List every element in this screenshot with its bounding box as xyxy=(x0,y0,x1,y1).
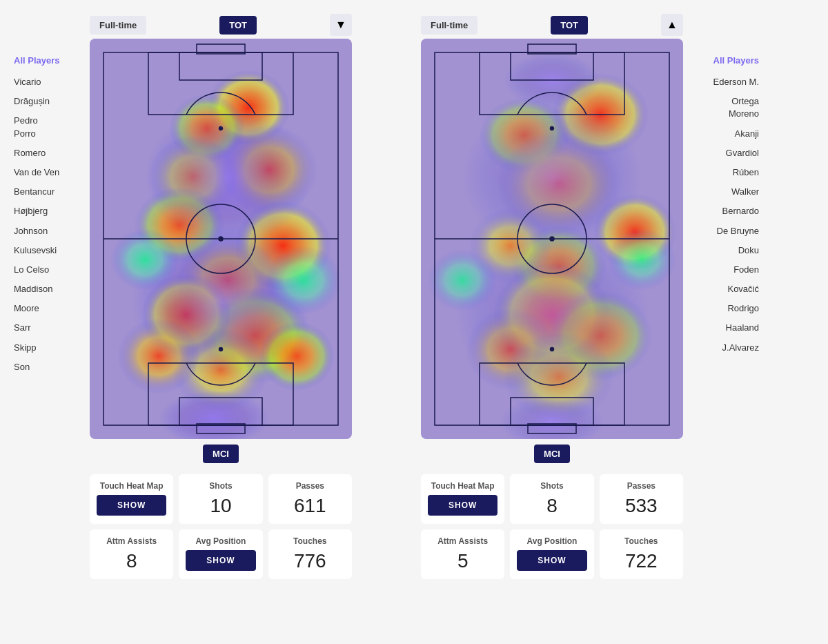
right-player-11[interactable]: Kovačić xyxy=(690,281,759,297)
right-player-3[interactable]: Akanji xyxy=(690,126,759,142)
svg-point-28 xyxy=(219,127,223,130)
svg-point-58 xyxy=(551,348,554,351)
right-header: Full-time TOT ▲ xyxy=(421,14,683,36)
left-passes-value: 611 xyxy=(275,495,345,517)
left-player-2[interactable]: Drăgușin xyxy=(14,93,83,110)
left-player-8[interactable]: Johnson xyxy=(14,223,83,240)
svg-rect-51 xyxy=(480,52,624,115)
left-attm-assists-label: Attm Assists xyxy=(97,536,166,546)
svg-point-57 xyxy=(551,127,554,130)
svg-point-21 xyxy=(219,237,223,241)
right-player-6[interactable]: Walker xyxy=(690,184,759,200)
right-team-section: Full-time TOT ▲ xyxy=(421,14,814,585)
right-player-1[interactable]: Ederson M. xyxy=(690,74,759,90)
svg-point-50 xyxy=(550,237,554,241)
left-team-top-label: TOT xyxy=(219,16,257,35)
right-touch-heatmap-box: Touch Heat Map SHOW xyxy=(421,474,504,524)
right-stats-section: Touch Heat Map SHOW Shots 8 Passes 533 A… xyxy=(421,474,683,585)
left-team-section: All Players Vicario Drăgușin PedroPorro … xyxy=(14,14,407,585)
left-passes-label: Passes xyxy=(275,481,345,491)
right-player-5[interactable]: Rúben xyxy=(690,164,759,181)
left-show-heatmap-button[interactable]: SHOW xyxy=(97,495,166,516)
left-show-avg-position-button[interactable]: SHOW xyxy=(186,550,255,571)
left-player-12[interactable]: Moore xyxy=(14,300,83,317)
right-arrow-button[interactable]: ▲ xyxy=(661,14,683,36)
left-player-7[interactable]: Højbjerg xyxy=(14,203,83,219)
left-player-11[interactable]: Maddison xyxy=(14,281,83,297)
left-stats-section: Touch Heat Map SHOW Shots 10 Passes 611 … xyxy=(90,474,352,585)
main-container: All Players Vicario Drăgușin PedroPorro … xyxy=(14,14,814,585)
left-attm-assists-value: 8 xyxy=(97,550,166,572)
right-player-14[interactable]: J.Alvarez xyxy=(690,340,759,356)
left-all-players[interactable]: All Players xyxy=(14,55,83,66)
left-pitch-stats: Full-time TOT ▼ xyxy=(90,14,352,585)
right-passes-box: Passes 533 xyxy=(600,474,683,524)
left-attm-assists-box: Attm Assists 8 xyxy=(90,529,173,579)
left-shots-label: Shots xyxy=(186,481,255,491)
left-pitch xyxy=(90,39,352,439)
left-team-bottom-label: MCI xyxy=(203,445,239,463)
right-attm-assists-label: Attm Assists xyxy=(428,536,497,546)
left-stats-row-2: Attm Assists 8 Avg Position SHOW Touches… xyxy=(90,529,352,579)
right-passes-label: Passes xyxy=(607,481,676,491)
left-arrow-button[interactable]: ▼ xyxy=(330,14,352,36)
right-player-10[interactable]: Foden xyxy=(690,262,759,278)
left-player-10[interactable]: Lo Celso xyxy=(14,262,83,278)
right-shots-label: Shots xyxy=(517,481,586,491)
right-avg-position-box: Avg Position SHOW xyxy=(510,529,593,579)
svg-rect-26 xyxy=(179,398,262,425)
left-touch-heatmap-box: Touch Heat Map SHOW xyxy=(90,474,173,524)
left-player-3[interactable]: PedroPorro xyxy=(14,113,83,142)
left-player-list: All Players Vicario Drăgușin PedroPorro … xyxy=(14,14,90,375)
left-player-14[interactable]: Skipp xyxy=(14,340,83,356)
right-player-4[interactable]: Gvardiol xyxy=(690,145,759,162)
left-passes-box: Passes 611 xyxy=(268,474,352,524)
right-shots-box: Shots 8 xyxy=(510,474,593,524)
left-touches-box: Touches 776 xyxy=(268,529,352,579)
right-avg-position-label: Avg Position xyxy=(517,536,586,546)
left-player-13[interactable]: Sarr xyxy=(14,320,83,336)
left-shots-box: Shots 10 xyxy=(179,474,262,524)
right-show-avg-position-button[interactable]: SHOW xyxy=(517,550,586,571)
right-all-players[interactable]: All Players xyxy=(690,55,759,66)
svg-rect-22 xyxy=(148,52,293,115)
svg-rect-54 xyxy=(480,363,624,425)
svg-point-29 xyxy=(219,348,223,351)
left-touch-heatmap-label: Touch Heat Map xyxy=(97,481,166,491)
left-player-5[interactable]: Van de Ven xyxy=(14,164,83,181)
left-avg-position-box: Avg Position SHOW xyxy=(179,529,262,579)
right-attm-assists-value: 5 xyxy=(428,550,497,572)
right-stats-row-2: Attm Assists 5 Avg Position SHOW Touches… xyxy=(421,529,683,579)
right-touches-value: 722 xyxy=(607,550,676,572)
right-player-2[interactable]: OrtegaMoreno xyxy=(690,93,759,122)
left-avg-position-label: Avg Position xyxy=(186,536,255,546)
right-show-heatmap-button[interactable]: SHOW xyxy=(428,495,497,516)
right-player-8[interactable]: De Bruyne xyxy=(690,223,759,240)
left-touches-label: Touches xyxy=(275,536,345,546)
left-header: Full-time TOT ▼ xyxy=(90,14,352,36)
right-shots-value: 8 xyxy=(517,495,586,517)
right-attm-assists-box: Attm Assists 5 xyxy=(421,529,504,579)
right-touch-heatmap-label: Touch Heat Map xyxy=(428,481,497,491)
left-player-6[interactable]: Bentancur xyxy=(14,184,83,200)
right-player-list: All Players Ederson M. OrtegaMoreno Akan… xyxy=(683,14,759,356)
right-passes-value: 533 xyxy=(607,495,676,517)
right-fulltime-label: Full-time xyxy=(421,16,477,35)
left-fulltime-label: Full-time xyxy=(90,16,146,35)
right-stats-row-1: Touch Heat Map SHOW Shots 8 Passes 533 xyxy=(421,474,683,524)
left-player-1[interactable]: Vicario xyxy=(14,74,83,90)
left-player-9[interactable]: Kulusevski xyxy=(14,242,83,259)
right-touches-box: Touches 722 xyxy=(600,529,683,579)
right-team-top-label: TOT xyxy=(551,16,588,35)
svg-rect-55 xyxy=(511,398,593,425)
right-player-12[interactable]: Rodrigo xyxy=(690,300,759,317)
right-team-bottom-label: MCI xyxy=(534,445,570,463)
left-player-15[interactable]: Son xyxy=(14,359,83,375)
right-player-9[interactable]: Doku xyxy=(690,242,759,259)
right-touches-label: Touches xyxy=(607,536,676,546)
right-player-13[interactable]: Haaland xyxy=(690,320,759,336)
left-player-4[interactable]: Romero xyxy=(14,145,83,162)
right-player-7[interactable]: Bernardo xyxy=(690,203,759,219)
svg-rect-23 xyxy=(179,52,262,80)
svg-rect-25 xyxy=(148,363,293,425)
